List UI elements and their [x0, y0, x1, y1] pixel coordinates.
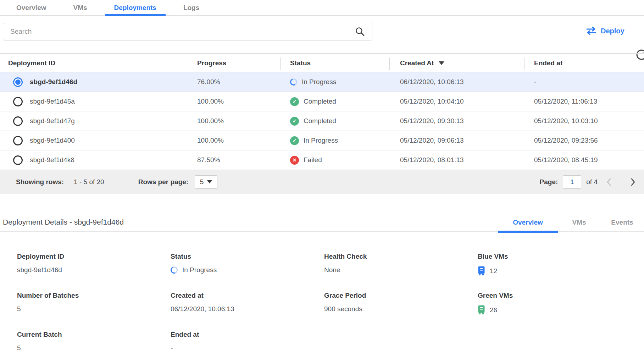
detail-value: In Progress: [182, 266, 217, 274]
tab-deployments[interactable]: Deployments: [105, 0, 166, 15]
next-page-button[interactable]: [629, 177, 637, 187]
column-header-progress[interactable]: Progress: [188, 54, 280, 72]
detail-value: 5: [17, 305, 21, 313]
table-pagination: Showing rows: 1 - 5 of 20 Rows per page:…: [0, 170, 644, 194]
deployment-details-title: Deployment Details - sbgd-9ef1d46d: [3, 218, 124, 226]
detail-label: Status: [171, 253, 324, 260]
created-at-value: 05/12/2020, 10:04:10: [389, 98, 524, 105]
detail-field-ended-at: Ended at-: [171, 329, 324, 352]
green-vm-icon: [478, 305, 485, 315]
column-header-status[interactable]: Status: [280, 54, 389, 72]
progress-value: 100.00%: [188, 117, 280, 125]
detail-label: Green VMs: [478, 292, 644, 299]
search-icon: [355, 27, 365, 37]
completed-check-icon: ✓: [290, 97, 299, 106]
tab-vms[interactable]: VMs: [64, 0, 96, 15]
deployment-id-value: sbgd-9ef1d46d: [30, 78, 77, 86]
ended-at-value: 05/12/2020, 08:45:19: [524, 156, 644, 164]
deployment-details-header: Deployment Details - sbgd-9ef1d46d Overv…: [0, 213, 644, 232]
in-progress-spinner-icon: [170, 265, 179, 275]
sort-desc-icon: [439, 61, 444, 65]
status-label: Completed: [304, 98, 336, 105]
deployment-details-grid: Deployment IDsbgd-9ef1d46dStatusIn Progr…: [17, 251, 644, 352]
table-header: Deployment ID Progress Status Created At…: [0, 53, 644, 72]
details-tab-overview[interactable]: Overview: [498, 213, 558, 232]
detail-label: Ended at: [171, 331, 324, 339]
table-row[interactable]: sbgd-9ef1d46d76.00%In Progress06/12/2020…: [0, 72, 644, 92]
rows-per-page-select[interactable]: 5: [195, 175, 217, 189]
detail-value: None: [324, 266, 340, 274]
row-radio[interactable]: [13, 116, 23, 126]
detail-label: Deployment ID: [17, 253, 171, 260]
tab-overview[interactable]: Overview: [7, 0, 56, 15]
detail-value: 12: [490, 267, 497, 275]
table-row[interactable]: sbgd-9ef1d45a100.00%✓Completed05/12/2020…: [0, 92, 644, 111]
detail-label: Number of Batches: [17, 292, 171, 299]
created-at-value: 05/12/2020, 08:01:13: [389, 156, 524, 164]
ended-at-value: 05/12/2020, 11:06:13: [524, 98, 644, 105]
deployment-id-value: sbgd-9ef1d400: [30, 137, 75, 144]
progress-value: 100.00%: [188, 137, 280, 144]
detail-label: Grace Period: [324, 292, 478, 299]
deploy-label: Deploy: [601, 27, 624, 35]
detail-label: Current Batch: [17, 331, 171, 339]
deploy-button[interactable]: Deploy: [586, 26, 624, 35]
detail-value: 26: [490, 306, 497, 314]
details-tab-events[interactable]: Events: [600, 213, 644, 232]
deployments-page: OverviewVMsDeploymentsLogs Deploy Deploy…: [0, 0, 644, 352]
progress-value: 87.50%: [188, 156, 280, 164]
progress-value: 76.00%: [188, 78, 280, 86]
detail-value: 06/12/2020, 10:06:13: [171, 305, 234, 313]
deployments-table: Deployment ID Progress Status Created At…: [0, 53, 644, 194]
details-tab-bar: OverviewVMsEvents: [498, 213, 644, 232]
detail-value: -: [171, 344, 173, 352]
ended-at-value: 05/12/2020, 09:23:56: [524, 137, 644, 144]
row-radio[interactable]: [13, 77, 23, 87]
completed-check-icon: ✓: [290, 117, 299, 126]
chevron-right-icon: [629, 177, 637, 187]
detail-field-health-check: Health CheckNone: [324, 251, 478, 290]
column-header-created-at[interactable]: Created At: [389, 54, 524, 72]
detail-field-status: StatusIn Progress: [171, 251, 324, 290]
search-box: [3, 23, 372, 40]
detail-value: 900 seconds: [324, 305, 362, 313]
previous-page-button[interactable]: [605, 177, 612, 187]
row-radio[interactable]: [13, 155, 23, 165]
in-progress-spinner-icon: [289, 77, 298, 87]
table-body: sbgd-9ef1d46d76.00%In Progress06/12/2020…: [0, 72, 644, 170]
row-radio[interactable]: [13, 136, 23, 145]
status-label: In Progress: [302, 78, 336, 86]
column-header-ended-at[interactable]: Ended at: [524, 54, 644, 72]
deployment-id-value: sbgd-9ef1d47g: [30, 117, 75, 125]
detail-label: Created at: [171, 292, 324, 299]
search-input[interactable]: [3, 28, 355, 35]
dropdown-arrow-icon: [207, 180, 212, 183]
table-row[interactable]: sbgd-9ef1d4k887.50%✕Failed05/12/2020, 08…: [0, 150, 644, 170]
column-header-deployment-id[interactable]: Deployment ID: [0, 54, 188, 72]
detail-value: sbgd-9ef1d46d: [17, 266, 62, 274]
deployment-id-value: sbgd-9ef1d45a: [30, 98, 75, 105]
table-row[interactable]: sbgd-9ef1d47g100.00%✓Completed05/12/2020…: [0, 111, 644, 131]
status-label: In Progress: [304, 137, 338, 144]
detail-field-number-of-batches: Number of Batches5: [17, 290, 171, 329]
row-radio[interactable]: [13, 97, 23, 106]
page-number-input[interactable]: [563, 175, 581, 189]
detail-field-current-batch: Current Batch5: [17, 329, 171, 352]
showing-rows-label: Showing rows:: [16, 178, 64, 186]
blue-vm-icon: [478, 266, 485, 276]
rows-per-page-value: 5: [200, 178, 204, 186]
details-tab-vms[interactable]: VMs: [558, 213, 600, 232]
rows-per-page-label: Rows per page:: [138, 178, 188, 186]
tab-logs[interactable]: Logs: [174, 0, 209, 15]
progress-value: 100.00%: [188, 98, 280, 105]
detail-label: Blue VMs: [478, 253, 644, 260]
detail-field-deployment-id: Deployment IDsbgd-9ef1d46d: [17, 251, 171, 290]
status-label: Failed: [304, 156, 322, 164]
detail-field-blue-vms: Blue VMs12: [478, 251, 644, 290]
status-label: Completed: [304, 117, 336, 125]
toolbar: Deploy: [0, 22, 644, 41]
table-row[interactable]: sbgd-9ef1d400100.00%✓In Progress05/12/20…: [0, 131, 644, 150]
main-tab-bar: OverviewVMsDeploymentsLogs: [0, 0, 644, 16]
detail-field-green-vms: Green VMs26: [478, 290, 644, 329]
ended-at-value: -: [524, 78, 644, 86]
